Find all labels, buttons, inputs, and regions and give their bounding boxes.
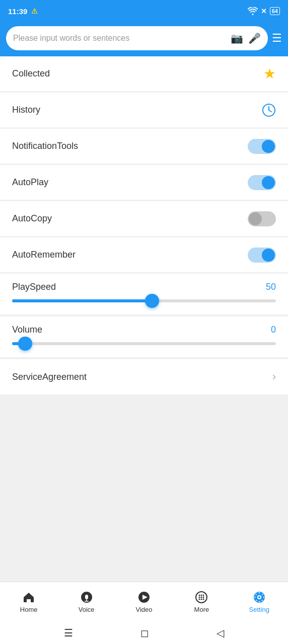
setting-gear-icon <box>253 591 266 604</box>
chevron-right-icon: › <box>272 370 276 383</box>
svg-point-11 <box>203 595 204 596</box>
play-speed-knob[interactable] <box>145 294 159 308</box>
search-bar: Please input words or sentences 📷 🎤 ☰ <box>0 22 288 56</box>
svg-point-15 <box>199 599 200 600</box>
clock-icon <box>262 103 276 117</box>
auto-remember-label: AutoRemember <box>12 250 76 260</box>
notification-tools-label: NotificationTools <box>12 141 78 151</box>
time-display: 11:39 <box>8 7 27 16</box>
play-speed-header: PlaySpeed 50 <box>12 282 276 292</box>
collected-label: Collected <box>12 68 50 79</box>
hamburger-nav-icon[interactable]: ☰ <box>64 627 73 639</box>
auto-copy-item[interactable]: AutoCopy <box>0 201 288 236</box>
volume-section: Volume 0 <box>0 316 288 358</box>
mic-icon[interactable]: 🎤 <box>248 32 261 44</box>
system-nav-bar: ☰ ◻ ◁ <box>0 622 288 644</box>
nav-item-home[interactable]: Home <box>0 591 57 613</box>
nav-item-more[interactable]: More <box>173 591 230 613</box>
auto-copy-label: AutoCopy <box>12 213 52 224</box>
auto-play-toggle[interactable] <box>248 175 276 190</box>
nav-item-video[interactable]: Video <box>115 591 173 613</box>
warning-icon: ⚠ <box>31 7 38 15</box>
history-label: History <box>12 105 40 115</box>
svg-point-14 <box>203 597 204 598</box>
auto-play-label: AutoPlay <box>12 177 48 188</box>
notification-tools-toggle[interactable] <box>248 139 276 154</box>
home-icon <box>22 591 35 604</box>
svg-point-13 <box>201 597 202 598</box>
home-label: Home <box>20 606 38 613</box>
volume-value: 0 <box>271 325 276 335</box>
status-bar: 11:39 ⚠ ✕ 64 <box>0 0 288 22</box>
volume-knob[interactable] <box>18 337 32 351</box>
video-label: Video <box>136 606 153 613</box>
nav-item-voice[interactable]: Voice <box>57 591 115 613</box>
video-play-icon <box>137 591 151 604</box>
back-nav-icon[interactable]: ◁ <box>217 627 224 639</box>
svg-line-2 <box>269 110 271 112</box>
wifi-icon <box>248 7 258 15</box>
collected-item[interactable]: Collected ★ <box>0 56 288 92</box>
content-area: Collected ★ History NotificationTools Au… <box>0 56 288 582</box>
voice-icon <box>80 591 93 604</box>
svg-point-20 <box>258 596 260 598</box>
play-speed-fill <box>12 299 152 302</box>
more-label: More <box>194 606 209 613</box>
svg-point-9 <box>199 595 200 596</box>
home-nav-icon[interactable]: ◻ <box>140 627 149 639</box>
battery-indicator: 64 <box>270 7 280 15</box>
search-placeholder: Please input words or sentences <box>13 34 226 43</box>
bottom-nav: Home Voice Video <box>0 582 288 622</box>
volume-track[interactable] <box>12 342 276 345</box>
status-bar-right: ✕ 64 <box>248 7 280 15</box>
play-speed-value: 50 <box>266 282 276 292</box>
status-bar-left: 11:39 ⚠ <box>8 7 38 16</box>
svg-point-17 <box>203 599 204 600</box>
svg-point-16 <box>201 599 202 600</box>
svg-point-10 <box>201 595 202 596</box>
auto-play-item[interactable]: AutoPlay <box>0 165 288 200</box>
signal-x-icon: ✕ <box>261 7 267 15</box>
auto-remember-item[interactable]: AutoRemember <box>0 237 288 273</box>
volume-header: Volume 0 <box>12 325 276 335</box>
star-icon: ★ <box>263 65 276 82</box>
auto-copy-toggle[interactable] <box>248 211 276 226</box>
menu-icon[interactable]: ☰ <box>272 32 282 45</box>
search-input-wrapper[interactable]: Please input words or sentences 📷 🎤 <box>6 26 268 50</box>
nav-item-setting[interactable]: Setting <box>231 591 288 613</box>
volume-label: Volume <box>12 325 42 335</box>
notification-tools-item[interactable]: NotificationTools <box>0 129 288 164</box>
setting-label: Setting <box>249 606 269 613</box>
svg-point-12 <box>199 597 200 598</box>
voice-label: Voice <box>79 606 95 613</box>
more-grid-icon <box>195 591 208 604</box>
service-agreement-label: ServiceAgreement <box>12 372 87 382</box>
play-speed-section: PlaySpeed 50 <box>0 274 288 315</box>
camera-icon[interactable]: 📷 <box>231 32 243 44</box>
play-speed-label: PlaySpeed <box>12 282 56 292</box>
service-agreement-item[interactable]: ServiceAgreement › <box>0 359 288 394</box>
play-speed-track[interactable] <box>12 299 276 302</box>
history-item[interactable]: History <box>0 93 288 128</box>
auto-remember-toggle[interactable] <box>248 248 276 263</box>
